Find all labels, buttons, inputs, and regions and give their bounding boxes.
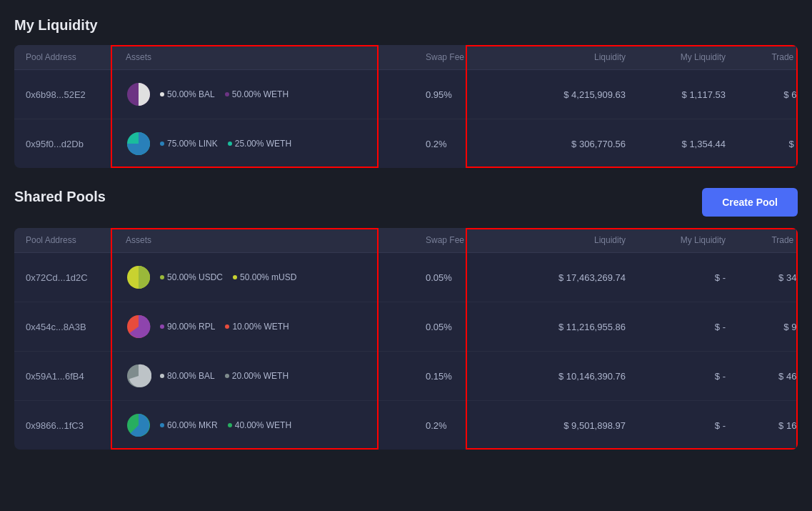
asset-pct: 60.00% MKR	[167, 420, 218, 430]
header-liquidity: Liquidity	[511, 52, 626, 62]
shared-pools-header-row: Pool Address Assets Swap Fee Liquidity M…	[14, 228, 798, 253]
asset-dot	[225, 92, 229, 96]
asset-tags: 60.00% MKR 40.00% WETH	[160, 420, 291, 430]
table-row[interactable]: 0x95f0...d2Db 75.00% LINK 25.00% WETH 0.…	[14, 119, 798, 168]
assets-cell: 75.00% LINK 25.00% WETH	[126, 131, 426, 157]
asset-dot	[160, 92, 164, 96]
trade-vol-value: $ 64,400.81	[726, 89, 798, 100]
asset-pct: 25.00% WETH	[235, 139, 291, 149]
asset-dot	[160, 324, 164, 329]
my-liquidity-value: $ 1,354.44	[626, 139, 726, 149]
assets-cell: 90.00% RPL 10.00% WETH	[126, 314, 426, 339]
swap-fee: 0.2%	[426, 139, 511, 149]
asset-tag: 90.00% RPL	[160, 322, 215, 332]
liquidity-value: $ 17,463,269.74	[511, 272, 626, 283]
pie-chart	[126, 81, 151, 107]
liquidity-value: $ 11,216,955.86	[511, 322, 626, 332]
asset-tag: 60.00% MKR	[160, 420, 218, 430]
pool-address: 0x72Cd...1d2C	[26, 272, 126, 283]
table-row[interactable]: 0x72Cd...1d2C 50.00% USDC 50.00% mUSD 0.…	[14, 253, 798, 302]
trade-vol-value: $ 469,485.78	[726, 371, 798, 382]
asset-tag: 50.00% BAL	[160, 89, 215, 99]
liquidity-value: $ 306,770.56	[511, 139, 626, 149]
my-liquidity-value: $ -	[626, 322, 726, 332]
assets-cell: 60.00% MKR 40.00% WETH	[126, 412, 426, 438]
liquidity-value: $ 9,501,898.97	[511, 420, 626, 431]
asset-pct: 50.00% BAL	[167, 89, 215, 99]
pool-address: 0x59A1...6fB4	[26, 371, 126, 382]
pie-chart	[126, 264, 151, 290]
header-my-liquidity: My Liquidity	[626, 235, 726, 245]
my-liquidity-value: $ -	[626, 371, 726, 382]
my-liquidity-header: Pool Address Assets Swap Fee Liquidity M…	[14, 45, 798, 70]
my-liquidity-value: $ 1,117.53	[626, 89, 726, 100]
asset-tag: 50.00% WETH	[225, 89, 289, 99]
asset-dot	[160, 142, 164, 146]
assets-cell: 50.00% BAL 50.00% WETH	[126, 81, 426, 107]
header-swap-fee: Swap Fee	[426, 235, 511, 245]
asset-dot	[228, 142, 232, 146]
swap-fee: 0.95%	[426, 89, 511, 100]
create-pool-button[interactable]: Create Pool	[702, 188, 798, 217]
asset-tags: 50.00% USDC 50.00% mUSD	[160, 272, 296, 282]
table-row[interactable]: 0x59A1...6fB4 80.00% BAL 20.00% WETH 0.1…	[14, 352, 798, 401]
asset-tag: 75.00% LINK	[160, 139, 218, 149]
asset-dot	[160, 374, 164, 378]
asset-tag: 25.00% WETH	[228, 139, 291, 149]
table-row[interactable]: 0x6b98...52E2 50.00% BAL 50.00% WETH 0.9…	[14, 70, 798, 119]
pie-chart	[126, 412, 151, 438]
asset-tag: 40.00% WETH	[228, 420, 291, 430]
asset-tag: 80.00% BAL	[160, 371, 215, 381]
asset-tags: 90.00% RPL 10.00% WETH	[160, 322, 289, 332]
header-assets: Assets	[126, 235, 426, 245]
asset-dot	[160, 423, 164, 427]
header-liquidity: Liquidity	[511, 235, 626, 245]
pie-chart	[126, 363, 151, 389]
pool-address: 0x454c...8A3B	[26, 322, 126, 332]
swap-fee: 0.05%	[426, 322, 511, 332]
assets-cell: 80.00% BAL 20.00% WETH	[126, 363, 426, 389]
trade-vol-value: $ 342,545.24	[726, 272, 798, 283]
asset-tag: 50.00% mUSD	[233, 272, 296, 282]
shared-pools-header: Shared Pools Create Pool	[14, 188, 798, 217]
header-my-liquidity: My Liquidity	[626, 52, 726, 62]
asset-tags: 75.00% LINK 25.00% WETH	[160, 139, 291, 149]
asset-pct: 90.00% RPL	[167, 322, 215, 332]
asset-dot	[225, 374, 229, 378]
pie-chart	[126, 314, 151, 339]
header-trade-vol: Trade Vol. (24h)	[726, 235, 798, 245]
asset-pct: 50.00% USDC	[167, 272, 223, 282]
asset-pct: 80.00% BAL	[167, 371, 215, 381]
trade-vol-value: $ 92,387.35	[726, 322, 798, 332]
swap-fee: 0.05%	[426, 272, 511, 283]
shared-pools-table: Pool Address Assets Swap Fee Liquidity M…	[14, 228, 798, 450]
asset-dot	[225, 324, 229, 329]
asset-pct: 50.00% WETH	[232, 89, 289, 99]
my-liquidity-value: $ -	[626, 420, 726, 431]
my-liquidity-value: $ -	[626, 272, 726, 283]
asset-pct: 50.00% mUSD	[240, 272, 296, 282]
header-swap-fee: Swap Fee	[426, 52, 511, 62]
header-assets: Assets	[126, 52, 426, 62]
table-row[interactable]: 0x454c...8A3B 90.00% RPL 10.00% WETH 0.0…	[14, 302, 798, 352]
pool-address: 0x95f0...d2Db	[26, 139, 126, 149]
liquidity-value: $ 4,215,909.63	[511, 89, 626, 100]
my-liquidity-title: My Liquidity	[14, 17, 798, 34]
asset-pct: 75.00% LINK	[167, 139, 218, 149]
asset-pct: 10.00% WETH	[232, 322, 289, 332]
liquidity-value: $ 10,146,390.76	[511, 371, 626, 382]
asset-pct: 20.00% WETH	[232, 371, 289, 381]
table-row[interactable]: 0x9866...1fC3 60.00% MKR 40.00% WETH 0.2…	[14, 401, 798, 450]
asset-pct: 40.00% WETH	[235, 420, 291, 430]
asset-tags: 50.00% BAL 50.00% WETH	[160, 89, 289, 99]
header-trade-vol: Trade Vol. (24h)	[726, 52, 798, 62]
pie-chart	[126, 131, 151, 157]
swap-fee: 0.15%	[426, 371, 511, 382]
asset-tag: 10.00% WETH	[225, 322, 289, 332]
assets-cell: 50.00% USDC 50.00% mUSD	[126, 264, 426, 290]
header-pool-address: Pool Address	[26, 235, 126, 245]
asset-tags: 80.00% BAL 20.00% WETH	[160, 371, 289, 381]
asset-dot	[160, 275, 164, 279]
pool-address: 0x6b98...52E2	[26, 89, 126, 100]
swap-fee: 0.2%	[426, 420, 511, 431]
